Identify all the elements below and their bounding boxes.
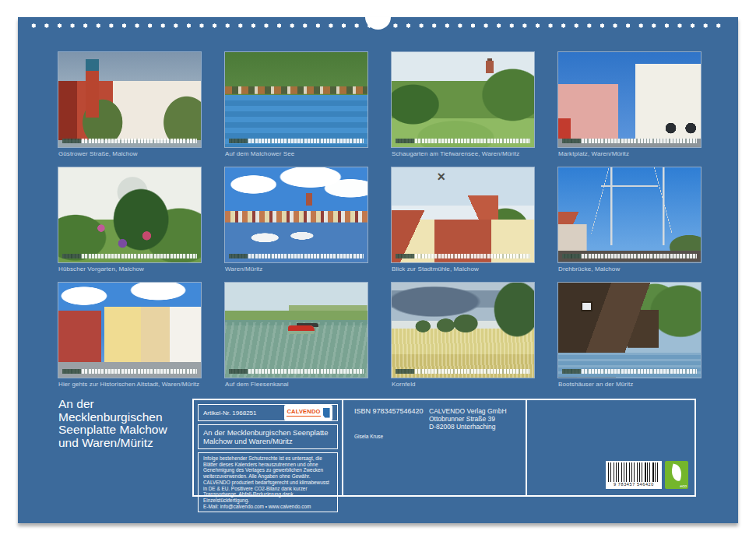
photo-caption: Bootshäuser an der Müritz	[558, 381, 701, 388]
photo-thumbnail	[558, 52, 701, 147]
eco-icon: eco	[665, 461, 688, 489]
photo-thumbnail	[58, 52, 201, 147]
calvendo-calendar-icon	[323, 408, 330, 418]
thumbnail-grid: Güstrower Straße, Malchow Auf dem Malcho…	[58, 52, 701, 388]
imprint-column-left: Artikel-Nr. 1968251 CALVENDO An der Meck…	[194, 400, 343, 495]
photo-caption: Schaugarten am Tiefwarensee, Waren/Mürit…	[392, 150, 534, 157]
calvendo-logo-text: CALVENDO	[287, 409, 320, 417]
photo-caption: Hier gehts zur Historischen Altstadt, Wa…	[58, 381, 201, 388]
imprint-column-middle: ISBN 9783457546420 Gisela Kruse CALVENDO…	[343, 400, 527, 495]
photo-caption: Marktplatz, Waren/Müritz	[558, 150, 701, 157]
thumbnail-cell: Auf dem Fleesenkanal	[225, 283, 367, 388]
photo-thumbnail	[392, 283, 534, 378]
photo-thumbnail	[558, 283, 701, 378]
photo-caption: Auf dem Fleesenkanal	[225, 381, 367, 388]
barcode: 9 783457 546420	[606, 461, 662, 489]
thumbnail-cell: Hier gehts zur Historischen Altstadt, Wa…	[58, 283, 201, 388]
calendar-title: An der Mecklenburgischen Seenplatte Malc…	[58, 398, 199, 449]
photo-caption: Drehbrücke, Malchow	[558, 265, 701, 272]
imprint-column-right: 9 783457 546420 eco	[527, 400, 694, 495]
eco-label: eco	[680, 483, 687, 488]
photo-thumbnail	[58, 167, 201, 262]
publisher-address: CALVENDO Verlag GmbH Ottobrunner Straße …	[429, 407, 507, 431]
thumbnail-cell: Auf dem Malchower See	[225, 52, 367, 157]
barcode-digits: 9 783457 546420	[608, 482, 659, 487]
calendar-back-cover: Güstrower Straße, Malchow Auf dem Malcho…	[18, 17, 738, 523]
thumbnail-cell: Waren/Müritz	[225, 167, 367, 272]
imprint-box: Artikel-Nr. 1968251 CALVENDO An der Meck…	[192, 399, 696, 497]
photo-caption: Kornfeld	[392, 381, 534, 388]
photo-thumbnail	[225, 283, 367, 378]
author-name: Gisela Kruse	[354, 434, 526, 439]
photo-thumbnail	[558, 167, 701, 262]
photo-thumbnail	[392, 167, 534, 262]
calendar-title-box: An der Mecklenburgischen Seenplatte Malc…	[198, 424, 338, 449]
photo-caption: Auf dem Malchower See	[225, 150, 367, 157]
thumbnail-cell: Hübscher Vorgarten, Malchow	[58, 167, 201, 272]
thumbnail-cell: Drehbrücke, Malchow	[558, 167, 701, 272]
barcode-bars	[608, 462, 659, 482]
calvendo-logo: CALVENDO	[284, 405, 332, 420]
photo-caption: Blick zur Stadtmühle, Malchow	[392, 265, 534, 272]
photo-thumbnail	[58, 283, 201, 378]
leaf-icon	[670, 464, 684, 482]
photo-caption: Waren/Müritz	[225, 265, 367, 272]
thumbnail-cell: Kornfeld	[392, 283, 534, 388]
photo-thumbnail	[225, 52, 367, 147]
photo-caption: Hübscher Vorgarten, Malchow	[58, 265, 201, 272]
thumbnail-cell: Güstrower Straße, Malchow	[58, 52, 201, 157]
article-number: Artikel-Nr. 1968251	[203, 410, 256, 417]
photo-thumbnail	[392, 52, 534, 147]
thumbnail-cell: Schaugarten am Tiefwarensee, Waren/Mürit…	[392, 52, 534, 157]
thumbnail-cell: Blick zur Stadtmühle, Malchow	[392, 167, 534, 272]
photo-thumbnail	[225, 167, 367, 262]
photo-caption: Güstrower Straße, Malchow	[58, 150, 201, 157]
article-number-row: Artikel-Nr. 1968251 CALVENDO	[198, 404, 338, 421]
thumbnail-cell: Bootshäuser an der Müritz	[558, 283, 701, 388]
thumbnail-cell: Marktplatz, Waren/Müritz	[558, 52, 701, 157]
legal-text: Infolge bestehender Schutzrechte ist es …	[198, 452, 338, 512]
